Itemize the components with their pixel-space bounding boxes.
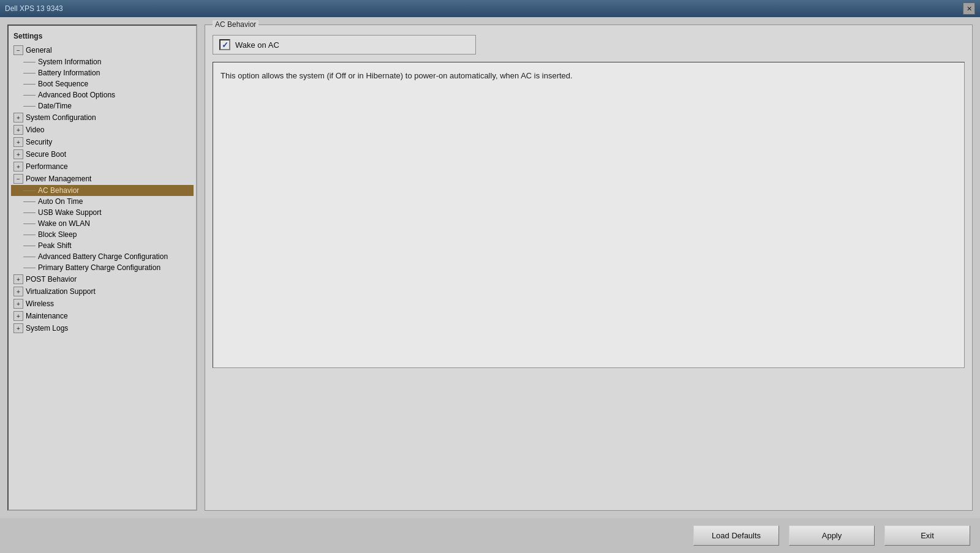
sidebar-item-label-boot-sequence: Boot Sequence bbox=[38, 80, 88, 88]
sidebar-item-ac-behavior[interactable]: AC Behavior bbox=[11, 185, 194, 196]
sidebar-item-label-general: General bbox=[26, 46, 52, 55]
sidebar-item-system-info[interactable]: System Information bbox=[11, 56, 194, 67]
sidebar-item-label-performance: Performance bbox=[26, 162, 68, 171]
window-title: Dell XPS 13 9343 bbox=[5, 4, 63, 13]
ac-behavior-section: AC Behavior ✓ Wake on AC This option all… bbox=[205, 24, 973, 511]
sidebar-item-battery-info[interactable]: Battery Information bbox=[11, 67, 194, 78]
sidebar-item-label-system-logs: System Logs bbox=[26, 324, 68, 333]
sidebar-item-label-video: Video bbox=[26, 126, 44, 134]
tree-dash-boot-sequence bbox=[23, 84, 36, 85]
tree-expander-post-behavior[interactable]: + bbox=[13, 274, 23, 284]
tree-dash-system-info bbox=[23, 62, 36, 62]
tree-expander-system-config[interactable]: + bbox=[13, 113, 23, 122]
sidebar-item-label-maintenance: Maintenance bbox=[26, 312, 68, 320]
tree-expander-virtualization[interactable]: + bbox=[13, 287, 23, 296]
settings-tree-panel: Settings −GeneralSystem InformationBatte… bbox=[7, 24, 197, 511]
sidebar-item-label-ac-behavior: AC Behavior bbox=[38, 186, 79, 195]
tree-dash-date-time bbox=[23, 106, 36, 107]
right-panel: AC Behavior ✓ Wake on AC This option all… bbox=[205, 24, 973, 511]
sidebar-item-video[interactable]: +Video bbox=[11, 124, 194, 136]
settings-panel-title: Settings bbox=[11, 31, 194, 44]
tree-expander-general[interactable]: − bbox=[13, 45, 23, 55]
bottom-bar: Load Defaults Apply Exit bbox=[0, 518, 980, 553]
section-title: AC Behavior bbox=[213, 20, 258, 29]
sidebar-item-boot-sequence[interactable]: Boot Sequence bbox=[11, 78, 194, 89]
sidebar-item-power-management[interactable]: −Power Management bbox=[11, 173, 194, 185]
sidebar-item-label-power-management: Power Management bbox=[26, 175, 91, 183]
section-content: ✓ Wake on AC This option allows the syst… bbox=[205, 25, 972, 375]
sidebar-item-label-auto-on-time: Auto On Time bbox=[38, 197, 83, 206]
sidebar-item-label-system-config: System Configuration bbox=[26, 113, 96, 122]
tree-expander-secure-boot[interactable]: + bbox=[13, 149, 23, 159]
tree-expander-video[interactable]: + bbox=[13, 125, 23, 135]
sidebar-item-label-advanced-battery: Advanced Battery Charge Configuration bbox=[38, 252, 168, 261]
sidebar-item-wake-on-wlan[interactable]: Wake on WLAN bbox=[11, 218, 194, 229]
sidebar-item-performance[interactable]: +Performance bbox=[11, 160, 194, 173]
tree-expander-performance[interactable]: + bbox=[13, 162, 23, 171]
sidebar-item-block-sleep[interactable]: Block Sleep bbox=[11, 229, 194, 240]
sidebar-item-wireless[interactable]: +Wireless bbox=[11, 298, 194, 310]
tree-expander-system-logs[interactable]: + bbox=[13, 323, 23, 333]
tree-dash-wake-on-wlan bbox=[23, 224, 36, 224]
sidebar-item-primary-battery[interactable]: Primary Battery Charge Configuration bbox=[11, 262, 194, 273]
sidebar-item-label-system-info: System Information bbox=[38, 58, 101, 66]
tree-dash-primary-battery bbox=[23, 268, 36, 268]
sidebar-item-peak-shift[interactable]: Peak Shift bbox=[11, 240, 194, 251]
settings-tree: −GeneralSystem InformationBattery Inform… bbox=[11, 44, 194, 334]
sidebar-item-maintenance[interactable]: +Maintenance bbox=[11, 310, 194, 322]
sidebar-item-date-time[interactable]: Date/Time bbox=[11, 100, 194, 111]
tree-dash-battery-info bbox=[23, 73, 36, 73]
wake-on-ac-label: Wake on AC bbox=[235, 40, 279, 50]
tree-expander-maintenance[interactable]: + bbox=[13, 311, 23, 321]
sidebar-item-auto-on-time[interactable]: Auto On Time bbox=[11, 196, 194, 207]
exit-button[interactable]: Exit bbox=[884, 525, 970, 546]
description-text: This option allows the system (if Off or… bbox=[221, 71, 573, 80]
sidebar-item-label-peak-shift: Peak Shift bbox=[38, 241, 72, 250]
tree-dash-usb-wake-support bbox=[23, 213, 36, 213]
sidebar-item-label-battery-info: Battery Information bbox=[38, 69, 100, 77]
sidebar-item-label-usb-wake-support: USB Wake Support bbox=[38, 208, 102, 217]
close-button[interactable]: ✕ bbox=[963, 2, 975, 15]
tree-dash-block-sleep bbox=[23, 235, 36, 235]
title-bar: Dell XPS 13 9343 ✕ bbox=[0, 0, 980, 17]
tree-dash-auto-on-time bbox=[23, 201, 36, 202]
sidebar-item-label-secure-boot: Secure Boot bbox=[26, 150, 66, 159]
sidebar-item-system-config[interactable]: +System Configuration bbox=[11, 111, 194, 124]
sidebar-item-system-logs[interactable]: +System Logs bbox=[11, 322, 194, 334]
sidebar-item-general[interactable]: −General bbox=[11, 44, 194, 56]
wake-on-ac-row: ✓ Wake on AC bbox=[213, 35, 476, 55]
wake-on-ac-checkbox[interactable]: ✓ bbox=[219, 39, 230, 50]
tree-dash-advanced-battery bbox=[23, 257, 36, 257]
description-area: This option allows the system (if Off or… bbox=[213, 62, 965, 368]
sidebar-item-advanced-boot[interactable]: Advanced Boot Options bbox=[11, 89, 194, 100]
tree-dash-advanced-boot bbox=[23, 95, 36, 96]
tree-dash-peak-shift bbox=[23, 246, 36, 246]
sidebar-item-label-wireless: Wireless bbox=[26, 299, 54, 308]
sidebar-item-virtualization[interactable]: +Virtualization Support bbox=[11, 285, 194, 298]
sidebar-item-label-wake-on-wlan: Wake on WLAN bbox=[38, 219, 90, 228]
apply-button[interactable]: Apply bbox=[789, 525, 875, 546]
sidebar-item-label-date-time: Date/Time bbox=[38, 102, 72, 110]
sidebar-item-advanced-battery[interactable]: Advanced Battery Charge Configuration bbox=[11, 251, 194, 262]
main-content: Settings −GeneralSystem InformationBatte… bbox=[0, 17, 980, 518]
sidebar-item-usb-wake-support[interactable]: USB Wake Support bbox=[11, 207, 194, 218]
sidebar-item-label-virtualization: Virtualization Support bbox=[26, 287, 96, 296]
tree-expander-security[interactable]: + bbox=[13, 137, 23, 147]
load-defaults-button[interactable]: Load Defaults bbox=[693, 525, 779, 546]
sidebar-item-secure-boot[interactable]: +Secure Boot bbox=[11, 148, 194, 160]
sidebar-item-label-primary-battery: Primary Battery Charge Configuration bbox=[38, 263, 160, 272]
sidebar-item-security[interactable]: +Security bbox=[11, 136, 194, 148]
sidebar-item-label-block-sleep: Block Sleep bbox=[38, 230, 77, 239]
tree-expander-power-management[interactable]: − bbox=[13, 174, 23, 184]
sidebar-item-label-advanced-boot: Advanced Boot Options bbox=[38, 91, 115, 99]
sidebar-item-label-security: Security bbox=[26, 138, 52, 146]
tree-expander-wireless[interactable]: + bbox=[13, 299, 23, 309]
sidebar-item-label-post-behavior: POST Behavior bbox=[26, 275, 77, 284]
tree-dash-ac-behavior bbox=[23, 190, 36, 191]
checkbox-check-mark: ✓ bbox=[222, 40, 228, 50]
sidebar-item-post-behavior[interactable]: +POST Behavior bbox=[11, 273, 194, 285]
